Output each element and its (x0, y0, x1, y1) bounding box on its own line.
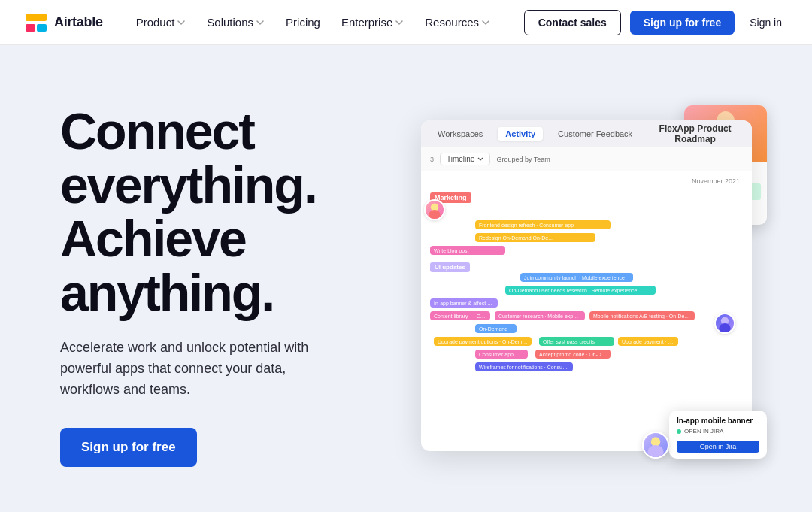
headline-line3: Achieve (60, 210, 246, 267)
ui-updates-label: UI updates (430, 259, 470, 272)
bar-ondemand: On-Demand (475, 324, 517, 333)
signin-link[interactable]: Sign in (744, 12, 788, 33)
svg-point-9 (429, 210, 440, 219)
hero-section: Connect everything. Achieve anything. Ac… (0, 45, 812, 511)
jira-card-title: In-app mobile banner (677, 417, 759, 425)
signup-hero-button[interactable]: Sign up for free (60, 428, 197, 467)
bar-label: Wireframes for notifications · Consumer … (479, 365, 569, 370)
gantt-row-3: Write blog post (430, 245, 743, 256)
chevron-icon (477, 156, 483, 162)
bar-label: Frontend design refresh · Consumer app (479, 223, 574, 228)
gantt-row-community: Join community launch · Mobile experienc… (430, 272, 743, 283)
bar-consumer-app: Consumer app (475, 350, 528, 359)
bar-label: Join community launch · Mobile experienc… (524, 275, 625, 280)
logo[interactable]: Airtable (24, 11, 103, 35)
ui-updates-row: UI updates (430, 259, 743, 269)
nav-resources-label: Resources (425, 16, 479, 29)
bar-banner: In-app banner & affect on pri... (430, 298, 498, 308)
gantt-row-wireframes: Wireframes for notifications · Consumer … (430, 362, 743, 372)
bar-frontend-design: Frontend design refresh · Consumer app (475, 220, 611, 229)
bar-redesign: Redesign On-Demand On-De... (475, 233, 595, 242)
bar-label: On-Demand user needs research · Remote e… (509, 288, 637, 293)
gantt-row-1: Frontend design refresh · Consumer app (430, 220, 743, 230)
jira-open-label: OPEN IN JIRA (684, 428, 723, 435)
bar-offer-credits: Offer syst pass credits (539, 337, 614, 346)
bar-label: Write blog post (434, 248, 469, 253)
avatar-small (642, 432, 669, 459)
bar-label: Customer research · Mobile experience (498, 314, 581, 319)
svg-point-11 (719, 323, 730, 332)
month-label: November 2021 (430, 177, 743, 185)
signup-nav-button[interactable]: Sign up for free (630, 11, 735, 35)
tab-customer-feedback[interactable]: Customer Feedback (550, 127, 640, 141)
bar-content: Content library — Co... (430, 311, 490, 320)
nav-resources[interactable]: Resources (416, 11, 499, 33)
svg-point-13 (647, 445, 663, 457)
bar-mobile-notif: Mobile notifications A/B testing · On-De… (589, 311, 695, 320)
bar-label: Content library — Co... (434, 314, 486, 319)
nav-links: Product Solutions Pricing Enterprise Res… (127, 11, 524, 33)
avatar-team (714, 313, 735, 334)
headline-line2: everything. (60, 156, 317, 214)
nav-solutions-label: Solutions (207, 16, 253, 29)
tab-workspaces[interactable]: Workspaces (430, 127, 490, 141)
bar-upgrade: Upgrade payment options · On-Demand subs… (434, 337, 532, 346)
gantt-row-banner: In-app banner & affect on pri... (430, 298, 743, 308)
hero-headline: Connect everything. Achieve anything. (60, 105, 376, 320)
nav-pricing[interactable]: Pricing (277, 11, 329, 33)
nav-product[interactable]: Product (127, 11, 195, 33)
dashboard-panel: Workspaces Activity Customer Feedback Fl… (421, 120, 752, 451)
bar-label: On-Demand (479, 326, 508, 332)
bar-label: Mobile notifications A/B testing · On-De… (593, 314, 691, 319)
bar-label: In-app banner & affect on pri... (434, 301, 494, 306)
gantt-row-ondemand: On-Demand (430, 323, 743, 334)
tab-activity[interactable]: Activity (498, 127, 543, 141)
timeline-label: Timeline (447, 155, 474, 163)
dashboard-topbar: Workspaces Activity Customer Feedback Fl… (421, 120, 752, 147)
bar-customer-research: Customer research · Mobile experience (495, 311, 585, 320)
hero-content: Connect everything. Achieve anything. Ac… (60, 105, 376, 466)
nav-pricing-label: Pricing (286, 16, 320, 29)
gantt-row-2: Redesign On-Demand On-De... (430, 232, 743, 243)
chevron-down-icon (177, 18, 186, 27)
gantt-row-user-needs: On-Demand user needs research · Remote e… (430, 285, 743, 295)
contact-sales-button[interactable]: Contact sales (524, 10, 621, 35)
dashboard-title: FlexApp Product Roadmap (647, 123, 743, 144)
avatar-marketing (424, 199, 445, 220)
chevron-down-icon (256, 18, 265, 27)
status-dot (677, 429, 681, 434)
gantt-row-consumer: Consumer app Accept promo code · On-De..… (430, 349, 743, 359)
svg-rect-0 (26, 14, 47, 21)
nav-enterprise-label: Enterprise (341, 16, 392, 29)
gantt-row-upgrade: Upgrade payment options · On-Demand subs… (430, 336, 743, 347)
hero-subtext: Accelerate work and unlock potential wit… (60, 338, 346, 401)
nav-actions: Contact sales Sign up for free Sign in (524, 10, 788, 35)
bar-label: Consumer app (479, 352, 514, 357)
bar-blog: Write blog post (430, 246, 505, 255)
dashboard-toolbar: 3 Timeline Grouped by Team (421, 147, 752, 171)
bar-label: Redesign On-Demand On-De... (479, 235, 553, 241)
hero-visual: Kayla Barton INITIATIVE On-Demand subscr… (406, 105, 752, 466)
open-in-jira-button[interactable]: Open in Jira (677, 441, 759, 453)
bar-community: Join community launch · Mobile experienc… (520, 273, 633, 282)
group-by-label: Grouped by Team (496, 156, 743, 163)
nav-enterprise[interactable]: Enterprise (332, 11, 413, 33)
headline-line4: anything. (60, 264, 274, 321)
bar-label: Upgrade payment · On-Dem... (622, 339, 674, 344)
headline-line1: Connect (60, 102, 254, 159)
nav-product-label: Product (136, 16, 175, 29)
count-badge: 3 (430, 156, 434, 163)
bar-accept-promo: Accept promo code · On-De... (535, 350, 611, 359)
logo-icon (24, 11, 48, 35)
gantt-chart: November 2021 Marketing Frontend design … (421, 171, 752, 380)
svg-rect-1 (26, 24, 35, 32)
timeline-view[interactable]: Timeline (440, 153, 490, 165)
chevron-down-icon (481, 18, 490, 27)
jira-status-row: OPEN IN JIRA (677, 428, 759, 435)
nav-solutions[interactable]: Solutions (198, 11, 274, 33)
bar-label: Offer syst pass credits (543, 339, 595, 344)
marketing-section: Marketing Frontend design refresh · Cons… (430, 189, 743, 256)
bar-label: Upgrade payment options · On-Demand subs… (438, 339, 528, 344)
svg-rect-2 (37, 24, 47, 32)
navbar: Airtable Product Solutions Pricing Enter… (0, 0, 812, 45)
